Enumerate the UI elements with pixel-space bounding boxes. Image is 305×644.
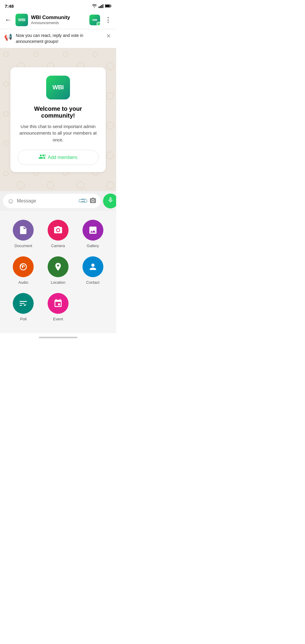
attachment-item-camera[interactable]: Camera [41,220,76,248]
svg-rect-0 [99,7,99,8]
group-name: WBI Community [31,15,86,21]
chat-area: WBI Welcome to your community! Use this … [0,48,116,191]
status-icons [92,4,111,8]
attachment-item-event[interactable]: Event [41,293,76,321]
attachment-item-gallery[interactable]: Gallery [75,220,110,248]
back-button[interactable]: ← [4,15,13,24]
attachment-item-document[interactable]: Document [6,220,41,248]
location-icon [48,256,69,277]
location-label: Location [51,280,65,285]
add-members-label: Add members [48,155,77,160]
microphone-icon [107,197,114,205]
attachment-menu: DocumentCameraGalleryAudioLocationContac… [0,211,116,333]
contact-icon [83,256,103,277]
announcement-icon: 📢 [4,33,12,41]
announcement-banner: 📢 Now you can react, reply and vote in a… [0,29,116,48]
attach-button[interactable]: 📎 [77,195,88,206]
wifi-icon [92,4,97,8]
group-avatar: WBI [15,14,28,26]
gallery-label: Gallery [87,244,99,248]
welcome-description: Use this chat to send important admin an… [18,123,99,144]
group-avatar-small[interactable]: WBI [89,15,100,25]
verified-badge [97,22,101,26]
camera-icon [48,220,69,241]
svg-point-8 [92,200,94,202]
svg-rect-1 [100,6,101,8]
toolbar-right: WBI ⋮ [89,15,113,25]
audio-icon [13,256,34,277]
svg-rect-5 [111,5,111,7]
camera-button[interactable] [89,197,97,205]
welcome-title: Welcome to your community! [18,105,99,119]
signal-icon [99,4,103,8]
status-time: 7:48 [5,4,14,9]
community-logo: WBI [46,76,70,99]
attachment-item-audio[interactable]: Audio [6,256,41,285]
home-indicator [39,337,77,338]
message-input-container: ☺ 📎 [3,194,101,208]
svg-rect-3 [103,4,104,8]
toolbar: ← WBI WBI Community Announcements WBI ⋮ [0,11,116,29]
poll-icon [13,293,34,314]
contact-label: Contact [86,280,99,285]
camera-label: Camera [51,244,65,248]
add-members-icon [39,154,45,161]
announcement-text: Now you can react, reply and vote in ann… [16,33,102,44]
event-icon [48,293,69,314]
more-options-button[interactable]: ⋮ [104,15,113,25]
group-info: WBI Community Announcements [31,15,86,25]
attachment-grid: DocumentCameraGalleryAudioLocationContac… [6,220,110,321]
emoji-button[interactable]: ☺ [7,197,15,205]
voice-button[interactable] [103,194,116,208]
document-icon [13,220,34,241]
attachment-item-contact[interactable]: Contact [75,256,110,285]
document-label: Document [15,244,32,248]
welcome-card: WBI Welcome to your community! Use this … [10,67,106,172]
battery-icon [105,4,111,8]
audio-label: Audio [18,280,28,285]
poll-label: Poll [20,317,27,321]
add-members-button[interactable]: Add members [18,150,99,165]
message-input[interactable] [17,198,77,204]
attachment-item-location[interactable]: Location [41,256,76,285]
attachment-item-poll[interactable]: Poll [6,293,41,321]
group-subtitle: Announcements [31,21,86,25]
gallery-icon [83,220,103,241]
svg-rect-6 [105,5,110,7]
svg-point-9 [57,229,59,231]
input-bar: ☺ 📎 [0,191,116,211]
back-arrow-icon: ← [5,16,11,24]
event-label: Event [53,317,63,321]
bottom-bar [0,333,116,343]
svg-rect-2 [101,5,102,8]
status-bar: 7:48 [0,0,116,11]
close-announcement-button[interactable]: ✕ [105,33,112,39]
